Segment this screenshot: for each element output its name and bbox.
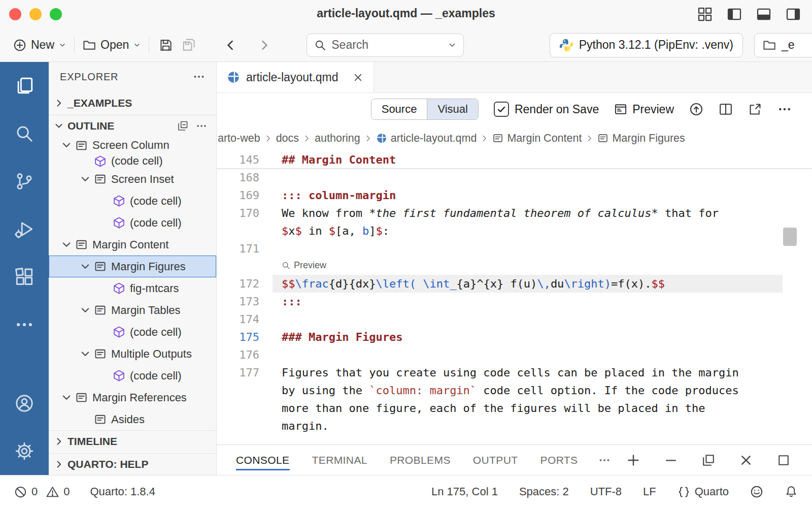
language-status[interactable]: Quarto bbox=[678, 485, 729, 498]
save-all-icon[interactable] bbox=[182, 38, 196, 52]
chevron-down-icon[interactable] bbox=[61, 239, 72, 250]
save-icon[interactable] bbox=[159, 38, 173, 52]
activity-source-control[interactable] bbox=[0, 157, 49, 205]
sidebar-section-timeline[interactable]: TIMELINE bbox=[49, 430, 216, 452]
new-button[interactable]: New bbox=[10, 38, 69, 52]
preview-button[interactable]: Preview bbox=[614, 103, 674, 116]
activity-run-debug[interactable] bbox=[0, 205, 49, 253]
code-line[interactable]: 176 bbox=[217, 346, 812, 364]
close-icon[interactable] bbox=[739, 453, 753, 467]
code-line[interactable]: 170We know from *the first fundamental t… bbox=[217, 204, 812, 222]
code-line[interactable]: Preview bbox=[217, 258, 812, 275]
sidebar-section-quarto-help[interactable]: QUARTO: HELP bbox=[49, 453, 216, 475]
eol-status[interactable]: LF bbox=[643, 485, 656, 498]
layout-left-icon[interactable] bbox=[727, 7, 742, 22]
indentation-status[interactable]: Spaces: 2 bbox=[519, 485, 569, 498]
activity-extensions[interactable] bbox=[0, 253, 49, 301]
code-line[interactable]: 171 bbox=[217, 240, 812, 258]
panel-tab-console[interactable]: CONSOLE bbox=[236, 445, 290, 475]
outline-item[interactable]: Margin References bbox=[49, 387, 216, 408]
panel-tab-output[interactable]: OUTPUT bbox=[473, 445, 518, 475]
outline-item[interactable]: (code cell) bbox=[49, 365, 216, 387]
minimize-icon[interactable] bbox=[664, 453, 678, 467]
outline-item[interactable]: Screen Column bbox=[49, 137, 216, 154]
activity-account[interactable] bbox=[0, 379, 49, 427]
more-actions-icon[interactable] bbox=[193, 71, 205, 83]
outline-item[interactable]: Screen Inset bbox=[49, 168, 216, 190]
split-editor-icon[interactable] bbox=[719, 102, 733, 116]
maximize-icon[interactable] bbox=[776, 453, 791, 467]
tab-article-layout[interactable]: article-layout.qmd bbox=[217, 62, 374, 92]
cursor-position-status[interactable]: Ln 175, Col 1 bbox=[431, 485, 498, 498]
breadcrumb-item[interactable]: Margin Content bbox=[492, 132, 582, 145]
forward-icon[interactable] bbox=[257, 38, 272, 52]
code-line[interactable]: 177Figures that you create using code ce… bbox=[217, 364, 812, 382]
encoding-status[interactable]: UTF-8 bbox=[590, 485, 622, 498]
more-actions-icon[interactable] bbox=[777, 102, 792, 116]
breadcrumb-item[interactable]: article-layout.qmd bbox=[376, 132, 477, 145]
quarto-version-status[interactable]: Quarto: 1.8.4 bbox=[90, 485, 155, 498]
back-icon[interactable] bbox=[223, 38, 238, 52]
chevron-down-icon[interactable] bbox=[80, 174, 91, 185]
layout-bottom-icon[interactable] bbox=[756, 7, 771, 22]
code-line[interactable]: more than one figure, each of the figure… bbox=[217, 399, 812, 417]
problems-status[interactable]: 0 0 bbox=[14, 485, 70, 498]
code-line[interactable]: 175### Margin Figures bbox=[217, 328, 812, 346]
code-area[interactable]: 145## Margin Content168169::: column-mar… bbox=[217, 151, 812, 444]
collapse-all-icon[interactable] bbox=[177, 120, 188, 132]
layout-right-icon[interactable] bbox=[786, 7, 801, 22]
add-icon[interactable] bbox=[626, 453, 640, 467]
open-button[interactable]: Open bbox=[80, 38, 144, 52]
panel-tab-problems[interactable]: PROBLEMS bbox=[390, 445, 451, 475]
code-line[interactable]: 168 bbox=[217, 169, 812, 186]
workspace-selector[interactable]: _e bbox=[754, 33, 812, 57]
render-document-icon[interactable] bbox=[689, 102, 703, 116]
code-line[interactable]: 173::: bbox=[217, 293, 812, 310]
breadcrumb-item[interactable]: docs bbox=[276, 132, 299, 145]
panel-tab-ports[interactable]: PORTS bbox=[540, 445, 578, 475]
chevron-down-icon[interactable] bbox=[61, 392, 72, 403]
outline-item[interactable]: Margin Figures bbox=[49, 256, 216, 277]
checkbox-checked-icon[interactable] bbox=[494, 102, 509, 117]
activity-more[interactable] bbox=[0, 301, 49, 348]
code-line[interactable]: $x$ in $[a, b]$: bbox=[217, 222, 812, 240]
breadcrumb-item[interactable]: arto-web bbox=[218, 132, 260, 145]
visual-mode-button[interactable]: Visual bbox=[427, 99, 478, 119]
interpreter-selector[interactable]: Python 3.12.1 (PipEnv: .venv) bbox=[550, 33, 743, 57]
outline-item[interactable]: (code cell) bbox=[49, 154, 216, 168]
more-panel-tabs-icon[interactable] bbox=[598, 454, 611, 466]
feedback-smiley-icon[interactable] bbox=[750, 485, 763, 498]
search-input[interactable]: Search bbox=[307, 34, 464, 57]
code-line[interactable]: 172$$\frac{d}{dx}\left( \int_{a}^{x} f(u… bbox=[217, 275, 812, 293]
code-line[interactable]: 169::: column-margin bbox=[217, 186, 812, 204]
outline-item[interactable]: (code cell) bbox=[49, 212, 216, 234]
breadcrumb-item[interactable]: authoring bbox=[315, 132, 360, 145]
outline-item[interactable]: Margin Tables bbox=[49, 299, 216, 321]
code-line[interactable]: 174 bbox=[217, 310, 812, 328]
chevron-down-icon[interactable] bbox=[80, 348, 91, 360]
math-preview-label[interactable]: Preview bbox=[282, 260, 326, 271]
chevron-down-icon[interactable] bbox=[80, 261, 91, 272]
sidebar-section-examples[interactable]: _EXAMPLES bbox=[49, 91, 216, 115]
outline-item[interactable]: Multiple Outputs bbox=[49, 343, 216, 365]
chevron-down-icon[interactable] bbox=[80, 305, 91, 316]
activity-settings[interactable] bbox=[0, 427, 49, 475]
notifications-bell-icon[interactable] bbox=[785, 485, 798, 498]
source-mode-button[interactable]: Source bbox=[371, 99, 427, 119]
outline-item[interactable]: (code cell) bbox=[49, 190, 216, 212]
breadcrumb-item[interactable]: Margin Figures bbox=[597, 132, 685, 145]
code-line[interactable]: 145## Margin Content bbox=[217, 151, 812, 169]
scrollbar-thumb[interactable] bbox=[783, 228, 797, 246]
panel-tab-terminal[interactable]: TERMINAL bbox=[312, 445, 367, 475]
chevron-down-icon[interactable] bbox=[61, 140, 72, 151]
open-external-icon[interactable] bbox=[748, 102, 762, 116]
more-actions-icon[interactable] bbox=[196, 120, 207, 132]
outline-item[interactable]: (code cell) bbox=[49, 321, 216, 343]
activity-search[interactable] bbox=[0, 110, 49, 157]
outline-item[interactable]: fig-mtcars bbox=[49, 277, 216, 299]
sidebar-section-outline[interactable]: OUTLINE bbox=[49, 115, 216, 137]
outline-item[interactable]: Margin Content bbox=[49, 234, 216, 256]
close-tab-icon[interactable] bbox=[353, 72, 363, 83]
code-line[interactable]: margin. bbox=[217, 417, 812, 435]
render-on-save-checkbox[interactable]: Render on Save bbox=[494, 102, 599, 117]
